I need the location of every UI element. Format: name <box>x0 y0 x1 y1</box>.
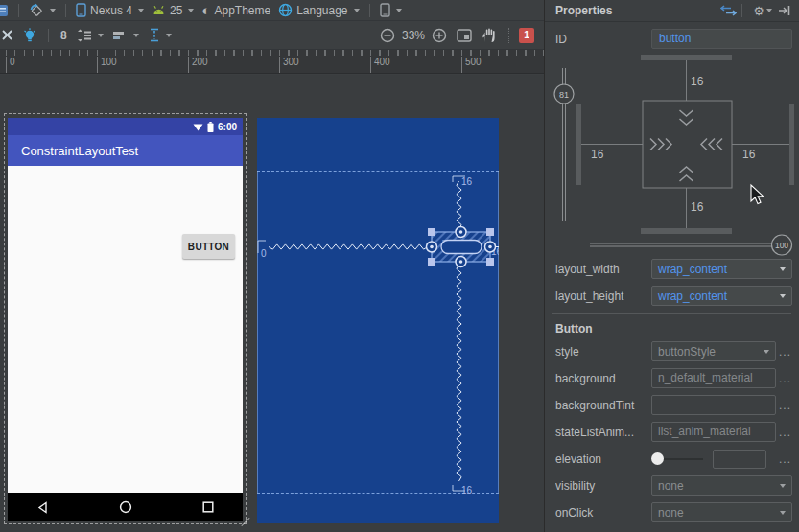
dropdown-caret <box>764 350 769 354</box>
dropdown-caret <box>396 9 402 12</box>
horizontal-bias-knob[interactable]: 100 <box>772 235 792 255</box>
parent-right-bar[interactable] <box>789 104 794 185</box>
default-margin-button[interactable]: 8 <box>58 26 70 45</box>
background-tint-row: backgroundTint ... <box>545 392 799 418</box>
corner-handle-br[interactable] <box>486 258 494 266</box>
elevation-control <box>651 450 776 469</box>
parent-top-bar[interactable] <box>641 55 732 60</box>
design-button-widget[interactable]: BUTTON <box>182 234 235 259</box>
swap-panel-button[interactable] <box>720 5 737 16</box>
anchor-left[interactable] <box>427 242 437 252</box>
ruler-label: 400 <box>370 57 390 73</box>
constraint-inspector: 16 16 16 16 <box>545 53 799 256</box>
wrap-content-arrows[interactable] <box>650 110 722 181</box>
dropdown-caret <box>780 294 786 298</box>
zoom-out-button[interactable] <box>377 26 398 45</box>
background-tint-more-button[interactable]: ... <box>776 399 791 412</box>
app-title: ConstraintLayoutTest <box>21 144 138 158</box>
ruler-label: 0 <box>6 57 15 73</box>
state-list-anim-input[interactable]: list_anim_material <box>651 422 776 442</box>
widget-margin-top[interactable]: 16 <box>691 75 704 88</box>
pack-button[interactable] <box>74 26 106 45</box>
properties-panel: Properties ⚙ ID button <box>544 0 799 532</box>
top-constraint-spring[interactable] <box>457 181 461 229</box>
state-list-anim-more-button[interactable]: ... <box>776 426 791 439</box>
locale-selector[interactable]: Language <box>275 1 362 20</box>
corner-handle-bl[interactable] <box>428 258 435 266</box>
layout-width-row: layout_width wrap_content <box>545 256 799 282</box>
toolbar-separator <box>508 28 509 43</box>
visibility-dropdown[interactable]: none <box>651 475 792 496</box>
clear-constraints-button[interactable] <box>0 26 16 45</box>
pan-button[interactable] <box>479 26 499 45</box>
anchor-top[interactable] <box>456 227 466 238</box>
elevation-slider[interactable] <box>651 458 703 460</box>
widget-margin-bottom[interactable]: 16 <box>691 200 704 214</box>
dropdown-caret <box>166 34 172 37</box>
elevation-more-button[interactable]: ... <box>776 452 791 466</box>
status-bar: 6:00 <box>8 118 243 135</box>
anchor-bottom[interactable] <box>456 257 466 267</box>
widget-margin-right[interactable]: 16 <box>742 148 756 161</box>
panel-settings-button[interactable]: ⚙ <box>753 5 772 17</box>
corner-handle-tl[interactable] <box>428 228 435 236</box>
vertical-bias-knob[interactable]: 81 <box>554 84 574 104</box>
blueprint-overlay: 16 0 16 16 BUTTON <box>257 118 499 523</box>
zoom-in-button[interactable] <box>429 26 450 45</box>
error-count-badge[interactable]: 1 <box>519 28 534 43</box>
anchor-right[interactable] <box>485 242 496 252</box>
background-more-button[interactable]: ... <box>776 372 791 385</box>
navigation-bar <box>8 493 243 521</box>
theme-selector[interactable]: ◐ AppTheme <box>199 1 273 20</box>
status-time: 6:00 <box>218 122 237 132</box>
design-content: BUTTON <box>8 166 243 493</box>
align-button[interactable] <box>110 26 142 45</box>
device-selector[interactable]: Nexus 4 <box>73 1 147 20</box>
center-vertical-icon <box>149 28 160 42</box>
gear-icon: ⚙ <box>753 5 764 17</box>
corner-handle-tr[interactable] <box>486 228 494 236</box>
widget-margin-left[interactable]: 16 <box>591 148 604 161</box>
ruler-ticks <box>6 50 544 56</box>
parent-bottom-bar[interactable] <box>641 228 732 234</box>
battery-icon <box>207 122 214 132</box>
layout-height-dropdown[interactable]: wrap_content <box>651 286 792 306</box>
orientation-button[interactable] <box>26 1 59 20</box>
layout-width-dropdown[interactable]: wrap_content <box>651 259 792 279</box>
elevation-input[interactable] <box>713 450 766 469</box>
background-label: background <box>555 372 651 385</box>
infer-constraints-button[interactable] <box>20 26 39 45</box>
style-dropdown[interactable]: buttonStyle <box>651 341 776 361</box>
ruler-label: 100 <box>97 57 117 73</box>
parent-left-bar[interactable] <box>576 104 581 185</box>
baseline-handle[interactable] <box>441 241 482 254</box>
target-device-button[interactable] <box>377 1 405 20</box>
phone-icon <box>380 3 390 17</box>
locale-label: Language <box>296 4 347 17</box>
api-level-selector[interactable]: 25 <box>149 1 197 20</box>
guidelines-button[interactable] <box>146 26 175 45</box>
bottom-constraint-spring[interactable] <box>457 265 461 481</box>
onclick-dropdown[interactable]: none <box>651 502 792 522</box>
layout-height-value: wrap_content <box>658 289 727 303</box>
id-input[interactable]: button <box>651 29 792 49</box>
zoom-to-fit-icon <box>457 29 472 42</box>
mouse-cursor <box>751 185 764 204</box>
elevation-slider-knob[interactable] <box>651 452 664 465</box>
blueprint-view[interactable]: 16 0 16 16 BUTTON <box>257 118 499 523</box>
globe-icon <box>278 3 293 17</box>
design-view[interactable]: 6:00 ConstraintLayoutTest BUTTON <box>8 118 243 521</box>
dropdown-caret <box>98 34 104 37</box>
surface-mode-button[interactable] <box>0 1 12 20</box>
properties-title: Properties <box>555 4 715 17</box>
left-constraint-spring[interactable] <box>269 244 428 249</box>
top-margin-label: 16 <box>461 176 473 187</box>
background-input[interactable]: n_default_material <box>651 368 776 388</box>
dropdown-caret <box>133 34 139 37</box>
design-canvas[interactable]: 6:00 ConstraintLayoutTest BUTTON <box>0 75 544 532</box>
toolbar-separator <box>741 4 742 17</box>
style-more-button[interactable]: ... <box>776 345 791 359</box>
hide-panel-button[interactable] <box>778 5 791 16</box>
zoom-to-fit-button[interactable] <box>454 26 475 45</box>
background-tint-input[interactable] <box>651 395 776 415</box>
